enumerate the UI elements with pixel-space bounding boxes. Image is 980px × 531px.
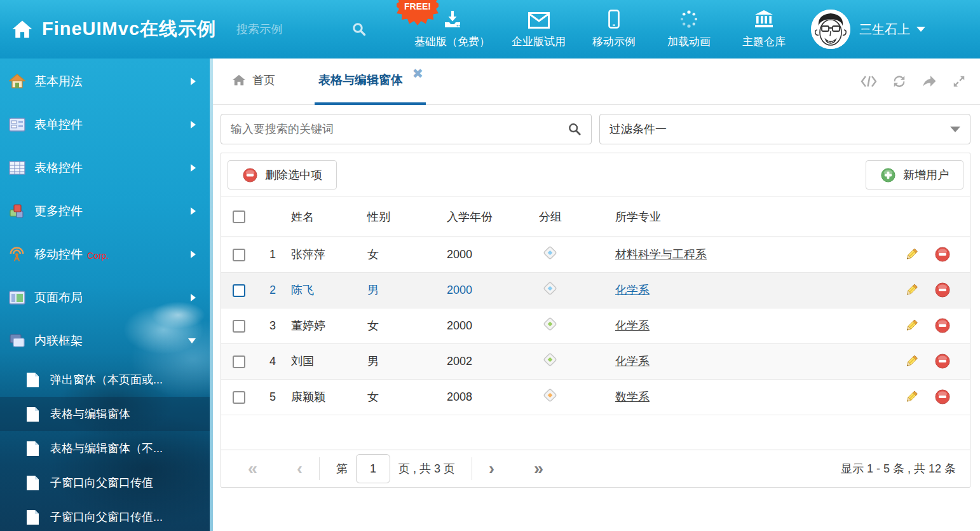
- sidebar-subitem-child-to-parent[interactable]: 子窗口向父窗口传值: [0, 465, 210, 500]
- table-row[interactable]: 2 陈飞 男 2000 化学系: [221, 272, 970, 308]
- spinner-icon: [679, 10, 698, 29]
- sidebar-nav: 基本用法 表单控件: [0, 59, 210, 531]
- sidebar-item-basic-usage[interactable]: 基本用法: [0, 60, 210, 103]
- row-index: 2: [256, 272, 285, 308]
- row-checkbox[interactable]: [233, 355, 245, 368]
- chevron-right-icon: [191, 207, 196, 215]
- nav-enterprise-trial[interactable]: 企业版试用: [512, 10, 566, 49]
- sidebar-item-mobile-controls[interactable]: 移动控件 Corp.: [0, 233, 210, 276]
- major-link[interactable]: 化学系: [615, 355, 650, 368]
- nav-theme-store[interactable]: 主题仓库: [737, 10, 791, 49]
- keyword-search-input[interactable]: [231, 123, 568, 136]
- filter-dropdown-value: 过滤条件一: [609, 121, 667, 137]
- sidebar-item-page-layout[interactable]: 页面布局: [0, 276, 210, 319]
- table-row[interactable]: 5 康颖颖 女 2008 数学系: [221, 379, 970, 415]
- edit-pencil-icon[interactable]: [904, 354, 919, 369]
- column-header-gender: 性别: [361, 197, 440, 237]
- home-icon[interactable]: [11, 18, 33, 40]
- sidebar-subitem-label: 表格与编辑窗体（不...: [50, 441, 163, 456]
- cell-year: 2000: [440, 272, 533, 308]
- chevron-down-icon: [916, 27, 925, 32]
- user-menu[interactable]: 三生石上: [811, 10, 941, 49]
- record-count-summary: 显示 1 - 5 条 , 共 12 条: [841, 461, 956, 476]
- first-page-icon[interactable]: «: [248, 460, 257, 478]
- avatar[interactable]: [811, 10, 850, 49]
- row-checkbox[interactable]: [233, 320, 245, 333]
- row-index: 1: [256, 237, 285, 272]
- grid-panel: 删除选中项 新增用户: [221, 153, 970, 488]
- sidebar-subitem-child-to-parent-2[interactable]: 子窗口向父窗口传值...: [0, 500, 210, 531]
- table-body: 1 张萍萍 女 2000 材料科学与工程系: [221, 237, 970, 415]
- filter-dropdown[interactable]: 过滤条件一: [599, 114, 970, 144]
- sidebar-item-grid-controls[interactable]: 表格控件: [0, 146, 210, 190]
- row-checkbox[interactable]: [233, 391, 245, 404]
- prev-page-icon[interactable]: ‹: [297, 460, 303, 478]
- edit-pencil-icon[interactable]: [904, 318, 919, 333]
- share-icon[interactable]: [922, 74, 937, 88]
- nav-label: 加载动画: [667, 34, 711, 49]
- nav-mobile-demo[interactable]: 移动示例: [587, 10, 641, 49]
- header-search[interactable]: 搜索示例: [236, 22, 367, 37]
- download-icon: [442, 10, 463, 29]
- cell-year: 2000: [440, 308, 533, 343]
- table-row[interactable]: 3 董婷婷 女 2000 化学系: [221, 308, 970, 343]
- sidebar-subitem-popup-window[interactable]: 弹出窗体（本页面或...: [0, 362, 210, 397]
- select-all-checkbox[interactable]: [233, 210, 245, 223]
- table-row[interactable]: 4 刘国 男 2002 化学系: [221, 343, 970, 379]
- refresh-icon[interactable]: [892, 74, 906, 88]
- sidebar-item-label: 表格控件: [34, 160, 83, 176]
- sidebar-edge-strip: [210, 59, 213, 531]
- svg-text:FREE!: FREE!: [404, 1, 431, 11]
- add-user-button[interactable]: 新增用户: [866, 160, 963, 190]
- sidebar: 基本用法 表单控件: [0, 59, 210, 531]
- home-icon: [232, 73, 246, 87]
- last-page-icon[interactable]: »: [534, 460, 543, 478]
- sidebar-item-more-controls[interactable]: 更多控件: [0, 190, 210, 233]
- file-icon: [25, 509, 40, 525]
- cell-name: 董婷婷: [285, 308, 361, 343]
- table-icon: [8, 160, 25, 177]
- chevron-right-icon: [191, 294, 196, 301]
- major-link[interactable]: 数学系: [615, 390, 650, 403]
- sidebar-item-iframe[interactable]: 内联框架: [0, 319, 210, 362]
- nav-loading-animation[interactable]: 加载动画: [662, 10, 716, 49]
- delete-row-icon[interactable]: [934, 246, 951, 263]
- table-row[interactable]: 1 张萍萍 女 2000 材料科学与工程系: [221, 237, 970, 272]
- column-header-actions: [887, 197, 970, 237]
- delete-row-icon[interactable]: [934, 317, 951, 334]
- chevron-right-icon: [191, 164, 196, 172]
- search-icon[interactable]: [568, 122, 582, 136]
- edit-pencil-icon[interactable]: [904, 389, 919, 404]
- sidebar-item-form-controls[interactable]: 表单控件: [0, 103, 210, 146]
- delete-row-icon[interactable]: [934, 353, 951, 369]
- column-header-name: 姓名: [285, 197, 361, 237]
- search-icon[interactable]: [351, 22, 367, 37]
- code-icon[interactable]: [861, 75, 877, 88]
- user-name: 三生石上: [859, 21, 910, 38]
- row-checkbox[interactable]: [233, 249, 245, 261]
- keyword-search-box[interactable]: [221, 114, 592, 144]
- tab-grid-edit-window[interactable]: 表格与编辑窗体 ✖: [315, 59, 426, 105]
- row-checkbox[interactable]: [233, 284, 245, 297]
- edit-pencil-icon[interactable]: [904, 282, 919, 298]
- major-link[interactable]: 材料科学与工程系: [615, 248, 707, 261]
- delete-row-icon[interactable]: [934, 389, 951, 405]
- tab-home[interactable]: 首页: [232, 59, 275, 105]
- edit-pencil-icon[interactable]: [904, 247, 919, 262]
- tab-home-label: 首页: [252, 72, 275, 88]
- tab-bar: 首页 表格与编辑窗体 ✖: [210, 59, 980, 105]
- major-link[interactable]: 化学系: [615, 284, 650, 296]
- sidebar-item-label: 更多控件: [34, 203, 83, 219]
- tag-icon: [541, 315, 559, 333]
- sidebar-subitem-grid-edit-window[interactable]: 表格与编辑窗体: [0, 397, 210, 431]
- delete-selected-button[interactable]: 删除选中项: [228, 160, 337, 190]
- next-page-icon[interactable]: ›: [489, 460, 494, 478]
- window-tools: [861, 74, 966, 88]
- close-icon[interactable]: ✖: [412, 67, 423, 80]
- sidebar-subitem-grid-edit-window-2[interactable]: 表格与编辑窗体（不...: [0, 431, 210, 465]
- expand-icon[interactable]: [952, 74, 966, 88]
- users-table: 姓名 性别 入学年份 分组 所学专业 1 张萍萍 女 2000 材料科学与工程系: [221, 197, 970, 450]
- page-number-input[interactable]: [356, 454, 390, 483]
- delete-row-icon[interactable]: [934, 282, 951, 298]
- major-link[interactable]: 化学系: [615, 319, 650, 332]
